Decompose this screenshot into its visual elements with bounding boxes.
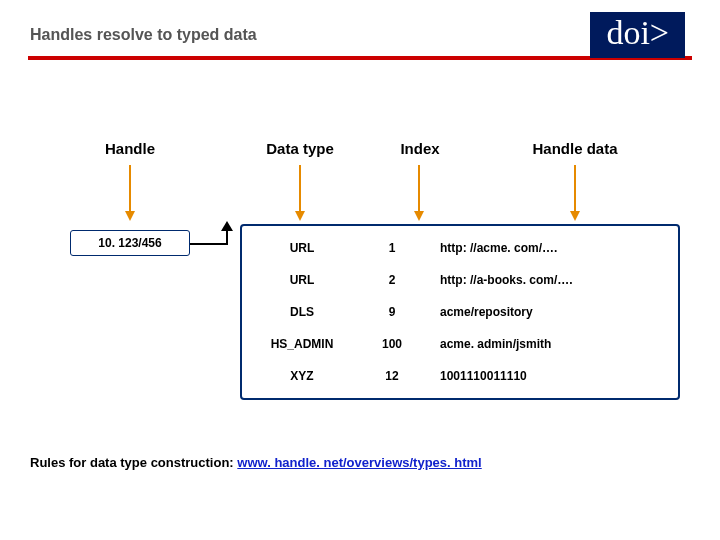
cell-datatype: DLS xyxy=(242,305,362,319)
cell-value: acme/repository xyxy=(422,305,678,319)
cell-value: 1001110011110 xyxy=(422,369,678,383)
table-row: XYZ 12 1001110011110 xyxy=(242,360,678,392)
cell-datatype: URL xyxy=(242,241,362,255)
table-row: DLS 9 acme/repository xyxy=(242,296,678,328)
cell-index: 100 xyxy=(362,337,422,351)
table-row: HS_ADMIN 100 acme. admin/jsmith xyxy=(242,328,678,360)
cell-index: 9 xyxy=(362,305,422,319)
cell-index: 12 xyxy=(362,369,422,383)
cell-index: 2 xyxy=(362,273,422,287)
col-header-handle: Handle xyxy=(70,140,190,157)
cell-datatype: XYZ xyxy=(242,369,362,383)
cell-datatype: URL xyxy=(242,273,362,287)
handle-data-table: URL 1 http: //acme. com/…. URL 2 http: /… xyxy=(240,224,680,400)
page-title: Handles resolve to typed data xyxy=(30,26,257,44)
header: Handles resolve to typed data doi> xyxy=(0,0,720,70)
cell-value: http: //acme. com/…. xyxy=(422,241,678,255)
cell-value: acme. admin/jsmith xyxy=(422,337,678,351)
col-header-datatype: Data type xyxy=(230,140,370,157)
doi-badge: doi> xyxy=(590,12,685,58)
table-row: URL 1 http: //acme. com/…. xyxy=(242,232,678,264)
cell-datatype: HS_ADMIN xyxy=(242,337,362,351)
col-header-handledata: Handle data xyxy=(470,140,680,157)
cell-value: http: //a-books. com/…. xyxy=(422,273,678,287)
table-row: URL 2 http: //a-books. com/…. xyxy=(242,264,678,296)
footer-prefix: Rules for data type construction: xyxy=(30,455,237,470)
footer-link[interactable]: www. handle. net/overviews/types. html xyxy=(237,455,481,470)
cell-index: 1 xyxy=(362,241,422,255)
footer-note: Rules for data type construction: www. h… xyxy=(30,455,482,470)
handle-id-box: 10. 123/456 xyxy=(70,230,190,256)
col-header-index: Index xyxy=(380,140,460,157)
connector-arrow-icon xyxy=(190,243,240,245)
